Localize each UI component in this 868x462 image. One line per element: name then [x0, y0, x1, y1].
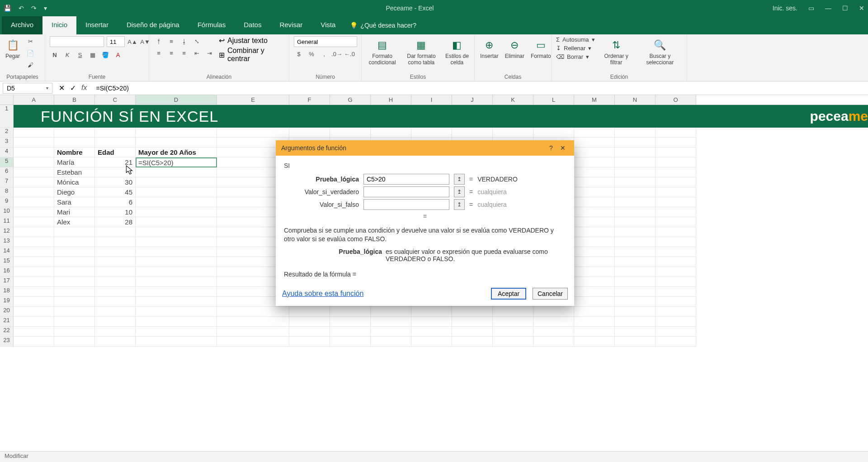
cell[interactable]: 6 [95, 197, 136, 207]
row-header[interactable]: 17 [0, 277, 14, 287]
number-format-combo[interactable]: General [294, 36, 357, 47]
tab-file[interactable]: Archivo [2, 16, 42, 34]
row-header[interactable]: 14 [0, 247, 14, 257]
percent-icon[interactable]: % [307, 49, 316, 59]
cut-icon[interactable]: ✂ [25, 36, 35, 46]
align-left-icon[interactable]: ≡ [154, 48, 164, 58]
formula-input[interactable]: =SI(C5>20) [93, 85, 868, 92]
enter-formula-icon[interactable]: ✓ [70, 84, 76, 92]
cell[interactable]: 45 [95, 187, 136, 197]
wrap-text-button[interactable]: ↩Ajustar texto [219, 36, 284, 45]
header-over20[interactable]: Mayor de 20 Años [136, 148, 217, 157]
cell[interactable]: 30 [95, 177, 136, 187]
cell[interactable]: 10 [95, 207, 136, 217]
italic-button[interactable]: K [62, 50, 72, 60]
cell[interactable]: Mari [54, 207, 95, 217]
copy-icon[interactable]: 📄 [25, 48, 35, 58]
comma-icon[interactable]: , [319, 49, 329, 59]
col-header[interactable]: B [54, 95, 95, 105]
cell[interactable]: Sara [54, 197, 95, 207]
autosum-button[interactable]: ΣAutosuma▾ [556, 36, 595, 43]
range-picker-icon[interactable]: ↥ [454, 186, 465, 197]
col-header[interactable]: A [14, 95, 54, 105]
arg2-input[interactable] [363, 186, 449, 197]
row-header[interactable]: 2 [0, 128, 14, 138]
orientation-icon[interactable]: ⤡ [192, 36, 202, 46]
underline-button[interactable]: S [75, 50, 85, 60]
row-header[interactable]: 12 [0, 227, 14, 237]
row-header[interactable]: 9 [0, 197, 14, 207]
format-table-button[interactable]: ▦Dar formato como tabla [403, 36, 440, 68]
inc-decimal-icon[interactable]: .0→ [332, 49, 342, 59]
row-header[interactable]: 13 [0, 237, 14, 247]
decrease-font-icon[interactable]: A▼ [140, 37, 150, 47]
clear-button[interactable]: ⌫Borrar▾ [556, 53, 595, 60]
cell-styles-button[interactable]: ◧Estilos de celda [444, 36, 470, 68]
col-header[interactable]: J [452, 95, 493, 105]
row-header[interactable]: 16 [0, 267, 14, 277]
cell[interactable]: 21 [95, 157, 136, 167]
col-header[interactable]: M [574, 95, 615, 105]
active-cell[interactable]: =SI(C5>20) [136, 157, 217, 167]
cell[interactable]: María [54, 157, 95, 167]
row-header[interactable]: 20 [0, 307, 14, 317]
range-picker-icon[interactable]: ↥ [454, 199, 465, 210]
tab-home[interactable]: Inicio [42, 16, 76, 34]
tab-review[interactable]: Revisar [270, 16, 311, 34]
font-size-combo[interactable]: 11 [107, 36, 125, 47]
align-center-icon[interactable]: ≡ [166, 48, 176, 58]
cell[interactable]: 28 [95, 217, 136, 227]
paste-button[interactable]: 📋 Pegar [5, 36, 21, 62]
cell[interactable] [95, 167, 136, 177]
format-painter-icon[interactable]: 🖌 [25, 60, 35, 70]
row-header[interactable]: 1 [0, 105, 14, 128]
tab-data[interactable]: Datos [235, 16, 270, 34]
arg1-input[interactable] [363, 174, 449, 185]
arg3-input[interactable] [363, 199, 449, 210]
align-right-icon[interactable]: ≡ [179, 48, 189, 58]
col-header[interactable]: O [656, 95, 696, 105]
find-select-button[interactable]: 🔍Buscar y seleccionar [638, 36, 682, 68]
close-icon[interactable]: ✕ [557, 144, 569, 152]
cancel-formula-icon[interactable]: ✕ [59, 84, 65, 92]
col-header[interactable]: K [493, 95, 533, 105]
row-header[interactable]: 19 [0, 297, 14, 307]
cell[interactable]: Alex [54, 217, 95, 227]
row-header[interactable]: 10 [0, 207, 14, 217]
delete-cells-button[interactable]: ⊖Eliminar [504, 36, 525, 62]
range-picker-icon[interactable]: ↥ [454, 174, 465, 185]
select-all-corner[interactable] [0, 95, 14, 105]
row-header[interactable]: 15 [0, 257, 14, 267]
save-icon[interactable]: 💾 [4, 5, 11, 12]
row-header[interactable]: 21 [0, 317, 14, 327]
font-name-combo[interactable] [50, 36, 104, 47]
cell[interactable]: Esteban [54, 167, 95, 177]
undo-icon[interactable]: ↶ [19, 5, 24, 12]
col-header[interactable]: N [615, 95, 656, 105]
ok-button[interactable]: Aceptar [491, 288, 526, 300]
ribbon-display-icon[interactable]: ▭ [808, 5, 814, 12]
row-header[interactable]: 18 [0, 287, 14, 297]
increase-font-icon[interactable]: A▲ [127, 37, 137, 47]
col-header[interactable]: L [533, 95, 574, 105]
row-header[interactable]: 5 [0, 157, 14, 167]
tab-view[interactable]: Vista [311, 16, 344, 34]
signin-link[interactable]: Inic. ses. [773, 5, 797, 12]
header-name[interactable]: Nombre [54, 148, 95, 157]
dec-decimal-icon[interactable]: ←.0 [344, 49, 354, 59]
tab-formulas[interactable]: Fórmulas [189, 16, 235, 34]
close-icon[interactable]: ✕ [859, 5, 864, 12]
tab-insert[interactable]: Insertar [76, 16, 118, 34]
row-header[interactable]: 6 [0, 167, 14, 177]
row-header[interactable]: 22 [0, 327, 14, 337]
tab-pagelayout[interactable]: Diseño de página [118, 16, 189, 34]
fill-color-icon[interactable]: 🪣 [100, 50, 110, 60]
row-header[interactable]: 7 [0, 177, 14, 187]
fill-button[interactable]: ↧Rellenar▾ [556, 45, 595, 52]
help-link[interactable]: Ayuda sobre esta función [282, 290, 363, 298]
indent-dec-icon[interactable]: ⇤ [192, 48, 202, 58]
col-header[interactable]: D [136, 95, 217, 105]
row-header[interactable]: 8 [0, 187, 14, 197]
align-top-icon[interactable]: ⭱ [154, 36, 164, 46]
help-icon[interactable]: ? [545, 144, 557, 152]
